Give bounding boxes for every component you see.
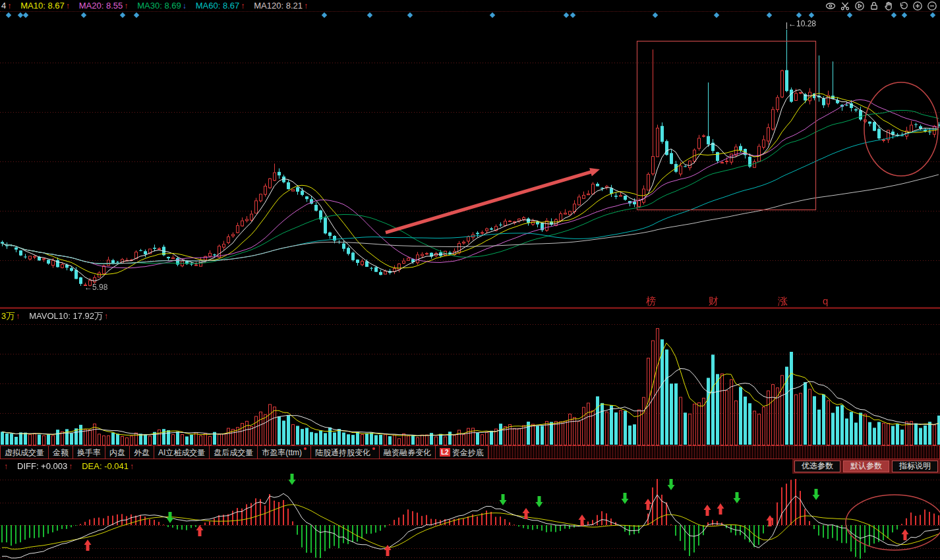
hand-icon[interactable] (883, 1, 894, 11)
up-arrow: ↑ (16, 312, 20, 321)
watermark-char: 财 (709, 295, 719, 308)
up-arrow: ↑ (7, 1, 11, 11)
tab-bar-filler (488, 445, 940, 459)
indicator-value: MAVOL10: 17.92万 (29, 310, 103, 322)
signal-diamond (564, 13, 569, 18)
up-arrow: ↑ (304, 1, 308, 11)
ma-values: 4↑MA10: 8.67↑MA20: 8.55↑MA30: 8.69↓MA60:… (1, 1, 317, 11)
parameter-buttons: 优选参数默认参数指标说明 (792, 459, 940, 474)
tab-outer-volume[interactable]: 外盘 (129, 445, 154, 459)
tab-turnover-rate[interactable]: 换手率 (73, 445, 105, 459)
signal-diamond (891, 13, 896, 18)
indicator-value: 3万 (1, 310, 15, 322)
indicator-readout: MA120: 8.21↑ (254, 1, 308, 11)
signal-diamond (490, 13, 495, 18)
up-arrow: ↑ (124, 1, 128, 11)
high-price-label: ←10.28 (788, 19, 816, 28)
signal-diamond (120, 13, 125, 18)
lock-icon[interactable] (869, 1, 879, 11)
tab-label: 陆股通持股变化 (315, 447, 370, 459)
undo-icon[interactable] (898, 1, 908, 11)
up-arrow: ↑ (4, 462, 8, 471)
stock-chart-app: 4↑MA10: 8.67↑MA20: 8.55↑MA30: 8.69↓MA60:… (0, 0, 940, 560)
l2-badge: L2 (440, 448, 450, 457)
new-indicator-dot (372, 447, 375, 450)
tab-label: 金额 (53, 447, 69, 459)
tab-ai-volume[interactable]: AI立桩成交量 (154, 445, 209, 459)
default-params-button[interactable]: 默认参数 (843, 461, 889, 472)
signal-diamond (809, 13, 814, 18)
signal-diamond (930, 13, 935, 18)
up-arrow: ↑ (66, 1, 70, 11)
macd-canvas[interactable] (0, 459, 940, 560)
indicator-help-button[interactable]: 指标说明 (892, 461, 938, 472)
indicator-value: MA10: 8.67 (20, 1, 65, 11)
macd-pane: ↑DIFF: +0.003↑DEA: -0.041↑ 优选参数默认参数指标说明 (0, 459, 940, 560)
watermark-char: 榜 (646, 295, 656, 308)
tab-label: 外盘 (134, 447, 150, 459)
signal-diamond (367, 13, 372, 18)
watermark-char: 涨 (778, 295, 788, 308)
up-arrow: ↑ (130, 462, 134, 471)
signal-diamond (653, 13, 658, 18)
up-arrow: ↑ (241, 1, 245, 11)
new-indicator-dot (304, 447, 307, 450)
up-arrow: ↑ (69, 462, 73, 471)
eye-icon[interactable] (825, 1, 836, 11)
volume-canvas[interactable] (0, 309, 940, 445)
tab-margin-trading[interactable]: 融资融券变化 (379, 445, 435, 459)
tab-label: 内盘 (109, 447, 125, 459)
volume-pane: 3万↑MAVOL10: 17.92万↑ (0, 309, 940, 445)
main-chart-canvas[interactable] (0, 18, 940, 307)
signal-diamond (570, 13, 575, 18)
candlestick-pane: ←10.28 ←5.98 榜财涨q (0, 18, 940, 307)
indicator-value: DIFF: +0.003 (17, 461, 67, 471)
signal-diamond (796, 13, 802, 18)
indicator-readout: MA60: 8.67↑ (196, 1, 245, 11)
signal-diamond (23, 13, 28, 18)
tab-pe-ttm[interactable]: 市盈率(ttm) (257, 445, 310, 459)
indicator-readout: MA10: 8.67↑ (20, 1, 70, 11)
scissors-icon[interactable] (840, 1, 850, 11)
tab-label: 融资融券变化 (384, 447, 431, 459)
tab-label: AI立桩成交量 (158, 447, 205, 459)
down-arrow: ↓ (183, 1, 187, 11)
macd-indicator-labels: ↑DIFF: +0.003↑DEA: -0.041↑ (3, 461, 143, 471)
indicator-readout: 3万↑ (1, 310, 20, 322)
indicator-value: 4 (1, 1, 6, 11)
indicator-tab-bar: 虚拟成交量金额换手率内盘外盘AI立桩成交量盘后成交量市盈率(ttm)陆股通持股变… (0, 445, 940, 459)
play-icon[interactable] (854, 1, 865, 11)
signal-diamond (81, 13, 86, 18)
indicator-value: MA30: 8.69 (137, 1, 181, 11)
chart-toolbar (825, 1, 937, 11)
tab-label: 盘后成交量 (214, 447, 253, 459)
watermark-char: q (823, 295, 828, 306)
tab-inner-volume[interactable]: 内盘 (105, 445, 129, 459)
zoom-out-icon[interactable] (927, 1, 937, 11)
indicator-value: MA20: 8.55 (79, 1, 123, 11)
optimal-params-button[interactable]: 优选参数 (794, 461, 840, 472)
signal-diamond (407, 13, 413, 18)
indicator-readout: DIFF: +0.003↑ (17, 461, 73, 471)
indicator-readout: DEA: -0.041↑ (82, 461, 134, 471)
tab-after-hours-volume[interactable]: 盘后成交量 (209, 445, 257, 459)
signal-diamond (847, 13, 852, 18)
tab-label: 资金抄底 (452, 447, 484, 459)
tab-label: 市盈率(ttm) (262, 447, 302, 459)
indicator-readout: 4↑ (1, 1, 11, 11)
zoom-in-icon[interactable] (912, 1, 923, 11)
tab-fund-bottom-fishing[interactable]: L2资金抄底 (435, 445, 488, 459)
signal-diamond (902, 13, 907, 18)
tab-amount[interactable]: 金额 (48, 445, 73, 459)
indicator-readout: ↑ (3, 461, 8, 471)
tab-label: 换手率 (77, 447, 101, 459)
tab-northbound-holdings[interactable]: 陆股通持股变化 (310, 445, 379, 459)
tab-label: 虚拟成交量 (5, 447, 44, 459)
tab-virtual-volume[interactable]: 虚拟成交量 (0, 445, 48, 459)
signal-diamond (322, 13, 327, 18)
up-arrow: ↑ (104, 312, 108, 321)
indicator-readout: MA30: 8.69↓ (137, 1, 187, 11)
indicator-value: MA60: 8.67 (196, 1, 240, 11)
signal-diamond (6, 13, 11, 18)
low-price-label: ←5.98 (84, 283, 107, 292)
